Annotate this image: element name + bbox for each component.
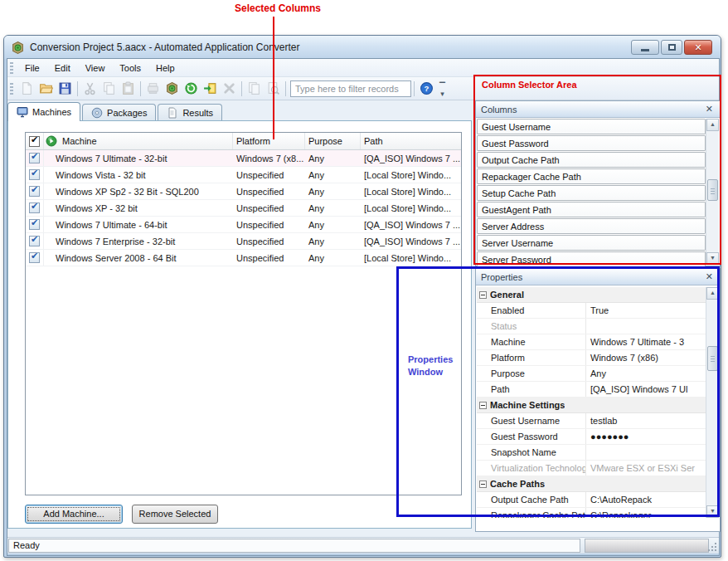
table-row[interactable]: Windows XP Sp2 - 32 Bit - SQL200 Unspeci…: [26, 183, 461, 200]
run-import-button[interactable]: [201, 79, 220, 98]
column-item[interactable]: Repackager Cache Path: [477, 168, 706, 184]
columns-scrollbar[interactable]: ▲ ▼: [706, 119, 719, 265]
report-button[interactable]: [245, 79, 264, 98]
menu-tools[interactable]: Tools: [112, 61, 148, 76]
property-value[interactable]: True: [586, 305, 706, 315]
tab-machines[interactable]: Machines: [7, 102, 80, 121]
property-category[interactable]: General: [477, 287, 706, 303]
scroll-down-icon[interactable]: ▼: [706, 505, 719, 518]
row-checkbox[interactable]: [29, 236, 40, 246]
scroll-track[interactable]: [706, 300, 719, 505]
column-item[interactable]: Output Cache Path: [477, 152, 706, 168]
property-value[interactable]: Windows 7 Ultimate - 3: [586, 337, 706, 347]
column-header-path[interactable]: Path: [361, 133, 461, 149]
menu-file[interactable]: File: [17, 61, 47, 76]
row-checkbox[interactable]: [29, 202, 40, 213]
column-header-purpose[interactable]: Purpose: [305, 133, 361, 149]
build-package-button[interactable]: [163, 79, 182, 98]
column-header-machine[interactable]: Machine: [59, 133, 233, 149]
columns-panel-header[interactable]: Columns ✕: [476, 101, 720, 118]
property-value[interactable]: Any: [586, 368, 706, 378]
collapse-icon[interactable]: [479, 291, 487, 299]
scroll-track[interactable]: [706, 131, 719, 252]
property-row[interactable]: Machine Windows 7 Ultimate - 3: [477, 334, 706, 350]
tab-results[interactable]: Results: [158, 104, 222, 121]
close-button[interactable]: ✕: [684, 40, 712, 55]
column-item[interactable]: GuestAgent Path: [477, 202, 706, 217]
collapse-icon[interactable]: [479, 402, 487, 409]
column-header-platform[interactable]: Platform: [233, 133, 305, 149]
row-checkbox[interactable]: [29, 153, 40, 163]
toolbar-overflow-button[interactable]: ▔▾: [436, 80, 449, 97]
property-row[interactable]: Platform Windows 7 (x86): [477, 350, 706, 366]
menu-view[interactable]: View: [78, 61, 113, 76]
collapse-icon[interactable]: [479, 481, 487, 488]
start-conversion-button[interactable]: [182, 79, 201, 98]
scroll-up-icon[interactable]: ▲: [706, 287, 719, 300]
close-panel-icon[interactable]: ✕: [704, 271, 715, 282]
property-category[interactable]: Machine Settings: [477, 398, 706, 413]
row-checkbox[interactable]: [29, 219, 40, 230]
property-row[interactable]: Repackager Cache Path C:\Repackager: [477, 508, 706, 518]
column-item[interactable]: Guest Username: [477, 119, 706, 134]
table-row[interactable]: Windows Vista - 32 bit Unspecified Any […: [26, 167, 461, 183]
add-machine-toolbar-button[interactable]: [143, 79, 163, 98]
play-all-icon[interactable]: [44, 133, 59, 149]
maximize-button[interactable]: [661, 40, 682, 55]
scroll-down-icon[interactable]: ▼: [706, 252, 719, 265]
property-row[interactable]: Snapshot Name: [477, 445, 706, 461]
property-row[interactable]: Status: [477, 319, 706, 334]
scroll-up-icon[interactable]: ▲: [706, 119, 719, 131]
table-row[interactable]: Windows 7 Enterprise - 32-bit Unspecifie…: [26, 233, 461, 250]
scroll-thumb[interactable]: [707, 346, 718, 371]
new-file-button[interactable]: [17, 79, 36, 98]
table-row[interactable]: Windows Server 2008 - 64 Bit Unspecified…: [26, 250, 461, 266]
column-item[interactable]: Server Password: [477, 251, 706, 267]
column-item[interactable]: Server Username: [477, 235, 706, 251]
row-checkbox[interactable]: [29, 252, 40, 263]
column-item[interactable]: Setup Cache Path: [477, 185, 706, 201]
menu-help[interactable]: Help: [148, 61, 182, 76]
property-value[interactable]: C:\AutoRepack: [586, 495, 706, 505]
help-button[interactable]: ?: [417, 79, 436, 98]
select-all-checkbox[interactable]: [26, 133, 44, 149]
add-machine-button[interactable]: Add Machine...: [25, 505, 123, 524]
property-row[interactable]: Guest Username testlab: [477, 413, 706, 429]
save-project-button[interactable]: [56, 79, 75, 98]
property-row[interactable]: Enabled True: [477, 303, 706, 319]
property-value[interactable]: ●●●●●●●: [586, 432, 706, 441]
resize-grip[interactable]: [708, 543, 716, 551]
cut-button[interactable]: [80, 79, 99, 98]
property-row[interactable]: Path [QA_ISO] Windows 7 Ul: [477, 382, 706, 398]
table-row[interactable]: Windows 7 Ultimate - 64-bit Unspecified …: [26, 217, 461, 233]
column-item[interactable]: Server Address: [477, 218, 706, 234]
table-row[interactable]: Windows 7 Ultimate - 32-bit Windows 7 (x…: [26, 150, 461, 167]
row-checkbox[interactable]: [29, 169, 40, 180]
row-checkbox[interactable]: [29, 186, 40, 197]
stop-button[interactable]: [220, 79, 239, 98]
paste-button[interactable]: [119, 79, 138, 98]
property-row[interactable]: Output Cache Path C:\AutoRepack: [477, 492, 706, 508]
table-row[interactable]: Windows XP - 32 bit Unspecified Any [Loc…: [26, 200, 461, 217]
properties-panel-header[interactable]: Properties ✕: [476, 269, 720, 285]
property-value[interactable]: C:\Repackager: [586, 510, 706, 518]
properties-scrollbar[interactable]: ▲ ▼: [706, 287, 719, 518]
filter-records-input[interactable]: [290, 80, 411, 97]
menu-edit[interactable]: Edit: [47, 61, 78, 76]
title-bar[interactable]: Conversion Project 5.aacx - Automated Ap…: [4, 36, 721, 59]
property-value[interactable]: testlab: [586, 416, 706, 426]
tab-packages[interactable]: Packages: [82, 104, 156, 121]
copy-button[interactable]: [99, 79, 119, 98]
minimize-button[interactable]: [631, 40, 659, 55]
close-panel-icon[interactable]: ✕: [704, 104, 715, 115]
property-row[interactable]: Purpose Any: [477, 366, 706, 382]
property-value[interactable]: Windows 7 (x86): [586, 353, 706, 363]
remove-selected-button[interactable]: Remove Selected: [132, 505, 218, 524]
column-item[interactable]: Guest Password: [477, 135, 706, 151]
property-row[interactable]: Guest Password ●●●●●●●: [477, 429, 706, 445]
property-value[interactable]: [QA_ISO] Windows 7 Ul: [586, 384, 706, 394]
scroll-thumb[interactable]: [707, 179, 718, 201]
property-row[interactable]: Virtualization Technolog VMware ESX or E…: [477, 461, 706, 476]
property-category[interactable]: Cache Paths: [477, 476, 706, 492]
open-project-button[interactable]: [36, 79, 56, 98]
